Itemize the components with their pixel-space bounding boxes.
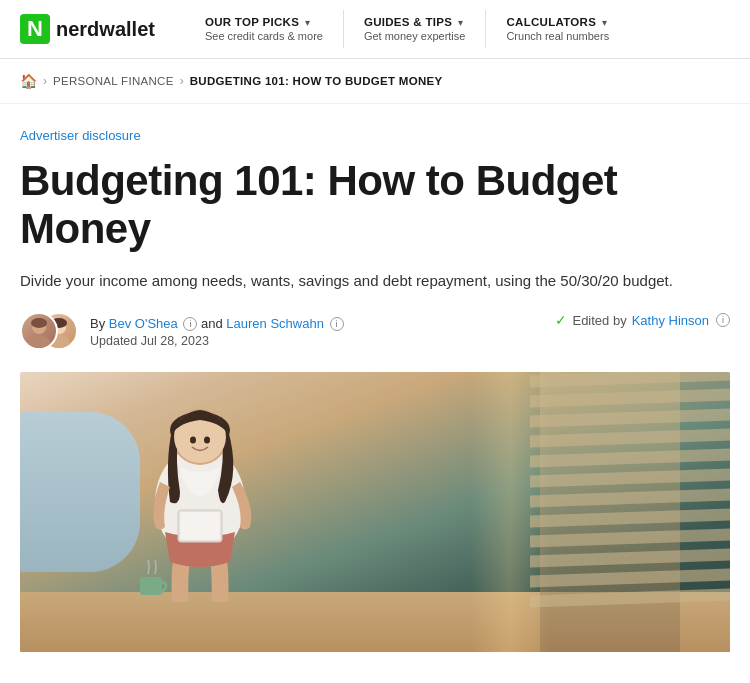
avatar-bev <box>20 312 58 350</box>
nav-guides-tips-title: GUIDES & TIPS <box>364 16 452 28</box>
nav-calculators-title: CALCULATORS <box>506 16 596 28</box>
svg-point-3 <box>31 318 47 328</box>
breadcrumb-separator: › <box>43 74 47 88</box>
authors-row: By Bev O'Shea i and Lauren Schwahn i Upd… <box>20 312 730 352</box>
window-blinds <box>530 372 730 652</box>
nav-item-calculators[interactable]: CALCULATORS ▾ Crunch real numbers <box>486 10 629 48</box>
breadcrumb-current-page: BUDGETING 101: HOW TO BUDGET MONEY <box>190 75 443 87</box>
author-info: By Bev O'Shea i and Lauren Schwahn i Upd… <box>90 316 344 349</box>
editor-info-icon[interactable]: i <box>716 313 730 327</box>
site-header: N nerdwallet OUR TOP PICKS ▾ See credit … <box>0 0 750 59</box>
editor-info: ✓ Edited by Kathy Hinson i <box>555 312 730 328</box>
breadcrumb: 🏠 › PERSONAL FINANCE › BUDGETING 101: HO… <box>0 59 750 104</box>
edited-by-label: Edited by <box>572 313 626 328</box>
author-line: By Bev O'Shea i and Lauren Schwahn i <box>90 316 344 332</box>
and-label: and <box>201 316 223 331</box>
chevron-down-icon: ▾ <box>602 17 607 28</box>
logo-n-icon: N <box>20 14 50 44</box>
home-icon[interactable]: 🏠 <box>20 73 37 89</box>
authors-left: By Bev O'Shea i and Lauren Schwahn i Upd… <box>20 312 344 352</box>
nav-item-top-picks[interactable]: OUR TOP PICKS ▾ See credit cards & more <box>185 10 344 48</box>
author2-info-icon[interactable]: i <box>330 317 344 331</box>
svg-point-14 <box>190 437 196 444</box>
main-content: Advertiser disclosure Budgeting 101: How… <box>0 104 750 652</box>
article-title: Budgeting 101: How to Budget Money <box>20 157 730 254</box>
article-subtitle: Divide your income among needs, wants, s… <box>20 270 700 293</box>
logo-text: nerdwallet <box>56 18 155 41</box>
nav-calculators-subtitle: Crunch real numbers <box>506 30 609 42</box>
editor-link[interactable]: Kathy Hinson <box>632 313 709 328</box>
author2-link[interactable]: Lauren Schwahn <box>226 316 324 331</box>
main-nav: OUR TOP PICKS ▾ See credit cards & more … <box>185 10 730 48</box>
breadcrumb-separator-2: › <box>180 74 184 88</box>
author-avatars <box>20 312 80 352</box>
advertiser-disclosure-link[interactable]: Advertiser disclosure <box>20 128 730 143</box>
svg-point-15 <box>204 437 210 444</box>
nav-top-picks-title: OUR TOP PICKS <box>205 16 299 28</box>
author1-info-icon[interactable]: i <box>183 317 197 331</box>
svg-point-1 <box>28 335 50 348</box>
updated-date: Updated Jul 28, 2023 <box>90 334 344 348</box>
by-label: By <box>90 316 105 331</box>
chevron-down-icon: ▾ <box>305 17 310 28</box>
check-icon: ✓ <box>555 312 567 328</box>
nav-top-picks-subtitle: See credit cards & more <box>205 30 323 42</box>
breadcrumb-personal-finance[interactable]: PERSONAL FINANCE <box>53 75 174 87</box>
hero-image <box>20 372 730 652</box>
chevron-down-icon: ▾ <box>458 17 463 28</box>
svg-rect-13 <box>180 512 220 540</box>
svg-rect-16 <box>140 577 162 595</box>
person-illustration <box>100 372 320 602</box>
nav-item-guides-tips[interactable]: GUIDES & TIPS ▾ Get money expertise <box>344 10 487 48</box>
nav-guides-tips-subtitle: Get money expertise <box>364 30 466 42</box>
author1-link[interactable]: Bev O'Shea <box>109 316 178 331</box>
logo[interactable]: N nerdwallet <box>20 14 155 44</box>
